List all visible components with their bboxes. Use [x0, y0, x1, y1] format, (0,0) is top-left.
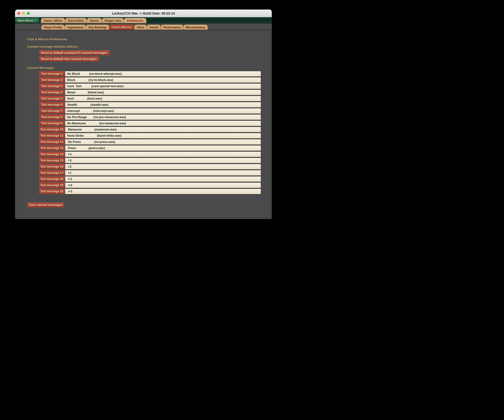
titlebar: LackeyCCG Mac -> Build Date: 09-22-14	[15, 10, 272, 17]
test-message-button-17[interactable]: Test message 17:	[39, 170, 65, 176]
message-input-10[interactable]	[65, 127, 261, 132]
message-input-1[interactable]	[65, 71, 261, 77]
sub-tab-0[interactable]: Player Profile	[41, 24, 65, 30]
menubar: Main Menu ▼ Game: offlineDeck EditorServ…	[15, 17, 272, 23]
sub-tab-1[interactable]: Appearance	[65, 24, 86, 30]
message-row: Test message 11:	[39, 133, 261, 139]
test-message-button-6[interactable]: Test message 6:	[39, 102, 65, 108]
message-input-12[interactable]	[65, 139, 261, 145]
message-input-4[interactable]	[65, 89, 261, 95]
sub-tabs-bar: Player ProfileAppearanceKey BindingsChat…	[15, 23, 272, 30]
message-row: Test message 15:	[39, 158, 261, 163]
sub-tabs: Player ProfileAppearanceKey BindingsChat…	[41, 24, 208, 30]
top-tab-1[interactable]: Deck Editor	[65, 18, 87, 23]
message-row: Test message 18:	[39, 176, 261, 182]
message-input-14[interactable]	[65, 151, 261, 157]
test-message-button-12[interactable]: Test message 12:	[39, 139, 65, 145]
reset-lackey-button[interactable]: Reset to default LackeyCCG canned messag…	[39, 50, 110, 55]
top-tabs: Game: offlineDeck EditorServerPlugin: vt…	[41, 17, 146, 23]
message-row: Test message 3:	[39, 83, 261, 89]
message-input-15[interactable]	[65, 158, 261, 163]
app-window: LackeyCCG Mac -> Build Date: 09-22-14 Ma…	[15, 10, 272, 219]
canned-messages-list: Test message 1:Test message 2:Test messa…	[27, 71, 261, 194]
message-input-6[interactable]	[65, 102, 261, 108]
test-message-button-5[interactable]: Test message 5:	[39, 96, 65, 101]
reset-vtes-button[interactable]: Reset to default vtes canned messages.	[39, 56, 99, 62]
message-row: Test message 10:	[39, 127, 261, 132]
heading-messages: Canned Messages	[27, 66, 261, 70]
test-message-button-7[interactable]: Test message 7:	[39, 108, 65, 114]
sub-tab-2[interactable]: Key Bindings	[86, 24, 109, 30]
message-input-13[interactable]	[65, 145, 261, 151]
test-message-button-3[interactable]: Test message 3:	[39, 83, 65, 89]
message-row: Test message 1:	[39, 71, 261, 77]
test-message-button-18[interactable]: Test message 18:	[39, 176, 65, 182]
test-message-button-4[interactable]: Test message 4:	[39, 89, 65, 95]
sub-tab-7[interactable]: Miscellaneous	[183, 24, 208, 30]
message-row: Test message 20:	[39, 189, 261, 194]
main-menu-button[interactable]: Main Menu ▼	[15, 18, 39, 23]
sub-tab-3[interactable]: Chat & Macros	[109, 24, 134, 30]
test-message-button-10[interactable]: Test message 10:	[39, 127, 65, 132]
message-row: Test message 4:	[39, 89, 261, 95]
message-input-5[interactable]	[65, 96, 261, 101]
message-row: Test message 8:	[39, 114, 261, 120]
chevron-down-icon: ▼	[35, 19, 37, 22]
test-message-button-1[interactable]: Test message 1:	[39, 71, 65, 77]
message-input-9[interactable]	[65, 120, 261, 126]
test-message-button-16[interactable]: Test message 16:	[39, 164, 65, 170]
message-row: Test message 13:	[39, 145, 261, 151]
message-input-17[interactable]	[65, 170, 261, 176]
test-message-button-20[interactable]: Test message 20:	[39, 189, 65, 194]
message-row: Test message 7:	[39, 108, 261, 114]
message-row: Test message 14:	[39, 151, 261, 157]
sub-tab-6[interactable]: Performance	[161, 24, 183, 30]
test-message-button-2[interactable]: Test message 2:	[39, 77, 65, 83]
test-message-button-13[interactable]: Test message 13:	[39, 145, 65, 151]
message-input-11[interactable]	[65, 133, 261, 139]
message-row: Test message 2:	[39, 77, 261, 83]
top-tab-3[interactable]: Plugin: vtes	[102, 18, 124, 23]
test-message-button-11[interactable]: Test message 11:	[39, 133, 65, 139]
message-input-3[interactable]	[65, 83, 261, 89]
main-menu-label: Main Menu	[18, 19, 34, 22]
test-message-button-14[interactable]: Test message 14:	[39, 151, 65, 157]
window-title: LackeyCCG Mac -> Build Date: 09-22-14	[15, 12, 272, 15]
message-row: Test message 9:	[39, 120, 261, 126]
heading-defaults: Canned message defaults options:	[27, 45, 261, 48]
test-message-button-15[interactable]: Test message 15:	[39, 158, 65, 163]
message-input-7[interactable]	[65, 108, 261, 114]
sub-tab-4[interactable]: Skins	[134, 24, 147, 30]
test-message-button-19[interactable]: Test message 19:	[39, 182, 65, 188]
message-input-8[interactable]	[65, 114, 261, 120]
top-tab-4[interactable]: Preferences	[124, 18, 146, 23]
message-input-20[interactable]	[65, 189, 261, 194]
message-row: Test message 19:	[39, 182, 261, 188]
message-row: Test message 6:	[39, 102, 261, 108]
save-button[interactable]: Save canned messages	[27, 202, 64, 208]
message-input-19[interactable]	[65, 182, 261, 188]
message-input-18[interactable]	[65, 176, 261, 182]
message-row: Test message 12:	[39, 139, 261, 145]
message-row: Test message 17:	[39, 170, 261, 176]
top-tab-2[interactable]: Server	[87, 18, 102, 23]
content-panel: Chat & Macros Preferences Canned message…	[16, 30, 271, 218]
top-tab-0[interactable]: Game: offline	[41, 18, 65, 23]
heading-main: Chat & Macros Preferences	[27, 37, 261, 41]
test-message-button-9[interactable]: Test message 9:	[39, 120, 65, 126]
message-row: Test message 16:	[39, 164, 261, 170]
message-row: Test message 5:	[39, 96, 261, 101]
message-input-2[interactable]	[65, 77, 261, 83]
test-message-button-8[interactable]: Test message 8:	[39, 114, 65, 120]
message-input-16[interactable]	[65, 164, 261, 170]
sub-tab-5[interactable]: Sound	[147, 24, 161, 30]
